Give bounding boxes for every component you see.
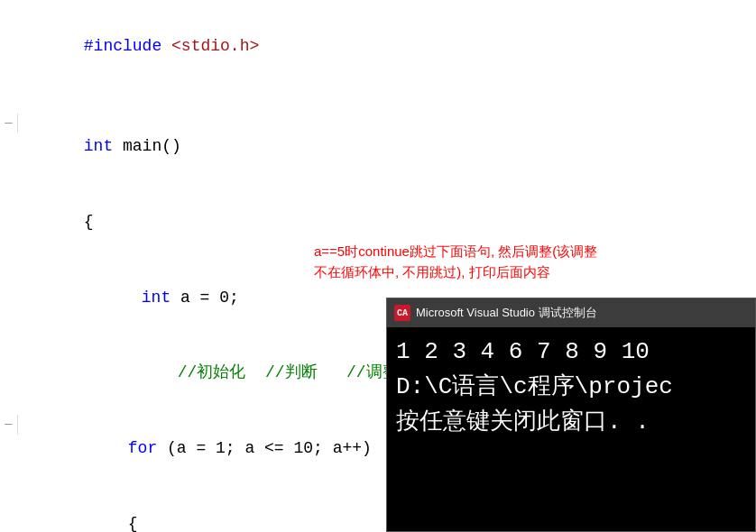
plain-7: (a = 1; a <= 10; a++) [157, 439, 372, 457]
console-output-2: D:\C语言\c程序\projec [396, 370, 746, 405]
line-2-content [20, 85, 756, 110]
gutter-3: — [0, 114, 18, 133]
plain-3: main() [113, 137, 181, 155]
console-output-1: 1 2 3 4 6 7 8 9 10 [396, 335, 746, 370]
code-line-1: #include <stdio.h> [0, 9, 756, 85]
brace-open-8: { [128, 515, 138, 532]
arrow-indicator-7: — [5, 415, 12, 435]
annotation-line2: 不在循环体中, 不用跳过), 打印后面内容 [314, 262, 597, 283]
gutter-7: — [0, 415, 18, 435]
console-icon: CA [394, 305, 410, 321]
console-window[interactable]: CA Microsoft Visual Studio 调试控制台 1 2 3 4… [386, 298, 756, 532]
comment-6: //初始化 //判断 //调整 [178, 363, 399, 381]
console-title: Microsoft Visual Studio 调试控制台 [416, 305, 748, 321]
annotation-box: a==5时continue跳过下面语句, 然后调整(该调整 不在循环体中, 不用… [314, 242, 597, 282]
include-path: <stdio.h> [171, 37, 259, 55]
line-1-content: #include <stdio.h> [20, 9, 756, 85]
code-line-2 [0, 85, 756, 110]
plain-5: a = 0; [171, 289, 239, 307]
console-titlebar: CA Microsoft Visual Studio 调试控制台 [387, 298, 755, 327]
keyword-int-5: int [142, 289, 171, 307]
preprocessor-keyword: #include [84, 37, 171, 55]
code-line-3: — int main() [0, 110, 756, 186]
console-output-3: 按任意键关闭此窗口. . [396, 405, 746, 440]
line-3-content: int main() [20, 110, 756, 186]
annotation-line1: a==5时continue跳过下面语句, 然后调整(该调整 [314, 242, 597, 262]
keyword-int: int [84, 137, 113, 155]
arrow-indicator-3: — [5, 114, 12, 133]
keyword-for: for [128, 439, 157, 457]
console-body: 1 2 3 4 6 7 8 9 10 D:\C语言\c程序\projec 按任意… [387, 327, 755, 447]
brace-open-4: { [84, 213, 94, 231]
